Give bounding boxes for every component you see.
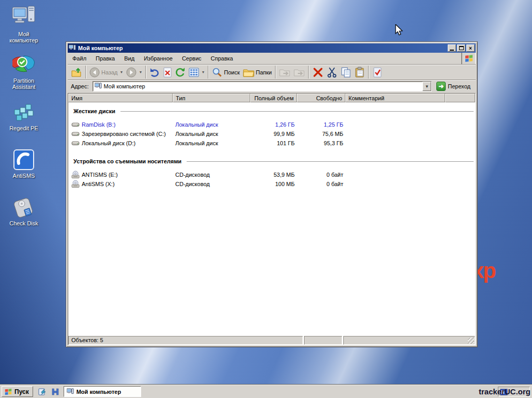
resize-grip[interactable]: [468, 338, 474, 344]
menu-favorites[interactable]: Избранное: [139, 54, 177, 63]
paste-button[interactable]: [353, 66, 367, 79]
group-divider-line: [187, 161, 474, 162]
menu-help[interactable]: Справка: [206, 54, 238, 63]
desktop-icon-label: AntiSMS: [3, 173, 44, 179]
refresh-button[interactable]: [174, 66, 187, 79]
folders-label: Папки: [256, 69, 272, 75]
menu-file[interactable]: Файл: [68, 54, 91, 63]
desktop-icon-check-disk[interactable]: Check Disk: [3, 193, 44, 226]
undo-button[interactable]: [148, 66, 161, 79]
column-header-total[interactable]: Полный объем: [250, 94, 297, 102]
file-view: Имя Тип Полный объем Свободно Комментари…: [68, 93, 476, 345]
forward-button[interactable]: ▼: [125, 66, 144, 79]
desktop: Мой компьютер Partition Assistant: [0, 0, 532, 398]
harddisk-icon: [71, 139, 80, 147]
desktop-icon-label: Check Disk: [3, 220, 44, 226]
cdrom-icon: [71, 171, 80, 179]
views-button[interactable]: ▼: [187, 66, 206, 79]
file-name[interactable]: ANTISMS (E:): [82, 172, 118, 178]
move-to-button[interactable]: [278, 66, 292, 79]
column-headers: Имя Тип Полный объем Свободно Комментари…: [68, 94, 475, 102]
toolbar-separator: [308, 66, 309, 79]
search-label: Поиск: [224, 69, 239, 75]
quick-launch-icon-2[interactable]: [51, 388, 59, 396]
toolbar: Назад ▼ ▼: [68, 64, 476, 80]
regedit-pe-icon: [3, 98, 44, 123]
toolbar-separator: [208, 66, 209, 79]
file-name[interactable]: Зарезервировано системой (C:): [82, 131, 166, 137]
copy-to-icon: [294, 67, 305, 78]
file-type: Локальный диск: [173, 121, 250, 128]
cut-button[interactable]: [325, 66, 339, 79]
back-button[interactable]: Назад ▼: [88, 66, 125, 79]
status-panel-2: [304, 336, 342, 345]
address-combo[interactable]: Мой компьютер ▼: [93, 81, 432, 91]
address-dropdown-button[interactable]: ▼: [422, 82, 431, 91]
file-row[interactable]: Зарезервировано системой (C:)Локальный д…: [68, 129, 475, 139]
group-header: Устройства со съемными носителями: [68, 157, 475, 166]
file-total-size: 100 МБ: [250, 181, 297, 187]
properties-button[interactable]: [371, 66, 384, 79]
copy-to-button[interactable]: [292, 66, 307, 79]
taskbar-task-my-computer[interactable]: Мой компьютер: [64, 386, 141, 397]
column-header-type[interactable]: Тип: [173, 94, 250, 102]
file-row[interactable]: ANTISMS (E:)CD-дисковод53,9 МБ0 байт: [68, 170, 475, 179]
file-name[interactable]: RamDisk (B:): [82, 121, 115, 128]
taskbar: Пуск Мой компьютер: [0, 385, 532, 398]
file-row[interactable]: RamDisk (B:)Локальный диск1,26 ГБ1,25 ГБ: [68, 120, 475, 129]
file-free-size: 0 байт: [297, 181, 345, 187]
menu-view[interactable]: Вид: [119, 54, 139, 63]
window-computer-icon: [69, 44, 76, 52]
delete-button[interactable]: [311, 66, 325, 79]
menu-edit[interactable]: Правка: [91, 54, 119, 63]
partition-assistant-icon: [3, 51, 44, 75]
task-label: Мой компьютер: [77, 389, 121, 395]
views-dropdown-icon[interactable]: ▼: [201, 70, 205, 74]
desktop-icon-regedit-pe[interactable]: Regedit PE: [3, 98, 44, 131]
start-button[interactable]: Пуск: [2, 386, 33, 397]
search-icon: [212, 67, 222, 78]
file-total-size: 53,9 МБ: [250, 172, 297, 178]
address-label: Адрес:: [71, 83, 89, 89]
column-header-filler: [445, 94, 475, 102]
file-name[interactable]: Локальный диск (D:): [82, 140, 135, 146]
desktop-icon-label: Partition Assistant: [3, 78, 44, 90]
title-bar[interactable]: Мой компьютер ×: [68, 43, 476, 53]
cdrom-icon: [71, 180, 80, 188]
toolbar-separator: [368, 66, 369, 79]
column-header-name[interactable]: Имя: [68, 94, 173, 102]
go-arrow-icon: ➜: [436, 82, 446, 91]
minimize-button[interactable]: [448, 44, 456, 52]
tracker-watermark: trackerUC.org: [479, 387, 530, 396]
status-bar: Объектов: 5: [68, 336, 475, 345]
undo-icon: [149, 67, 160, 78]
delete-x-icon: [312, 67, 324, 78]
menu-tools[interactable]: Сервис: [177, 54, 206, 63]
delete-item-button[interactable]: [161, 66, 174, 79]
copy-button[interactable]: [339, 66, 353, 79]
file-row[interactable]: Локальный диск (D:)Локальный диск101 ГБ9…: [68, 139, 475, 148]
maximize-button[interactable]: [457, 44, 465, 52]
desktop-icon-antisms[interactable]: AntiSMS: [3, 146, 44, 179]
go-button[interactable]: ➜ Переход: [435, 81, 474, 91]
file-row[interactable]: AntiSMS (X:)CD-дисковод100 МБ0 байт: [68, 179, 475, 189]
column-header-comment[interactable]: Комментарий: [345, 94, 445, 102]
search-button[interactable]: Поиск: [210, 66, 241, 79]
column-header-free[interactable]: Свободно: [297, 94, 345, 102]
desktop-icon-partition-assistant[interactable]: Partition Assistant: [3, 51, 44, 90]
folders-button[interactable]: Папки: [241, 66, 273, 79]
copy-icon: [340, 67, 352, 78]
file-free-size: 95,3 ГБ: [297, 140, 345, 146]
antisms-icon: [3, 146, 44, 171]
forward-dropdown-icon[interactable]: ▼: [139, 70, 142, 74]
back-arrow-icon: [89, 67, 100, 78]
start-windows-flag-icon: [4, 388, 12, 396]
back-dropdown-icon[interactable]: ▼: [120, 70, 124, 74]
up-button[interactable]: [69, 66, 84, 79]
quick-launch-icon-1[interactable]: [38, 388, 47, 396]
desktop-icon-my-computer[interactable]: Мой компьютер: [3, 4, 44, 43]
views-grid-icon: [189, 67, 199, 78]
close-button[interactable]: ×: [466, 44, 475, 52]
file-name[interactable]: AntiSMS (X:): [82, 181, 115, 187]
file-type: CD-дисковод: [173, 172, 250, 178]
